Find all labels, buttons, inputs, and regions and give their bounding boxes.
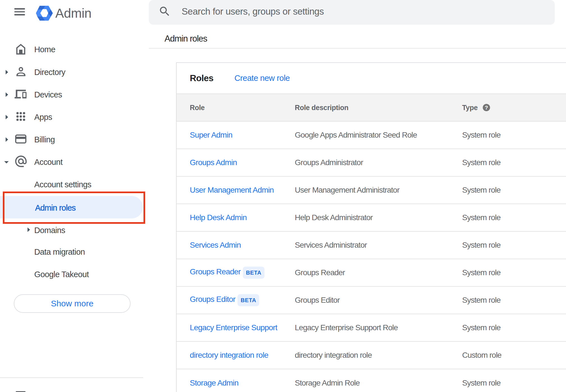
svg-text:?: ? (485, 105, 488, 111)
